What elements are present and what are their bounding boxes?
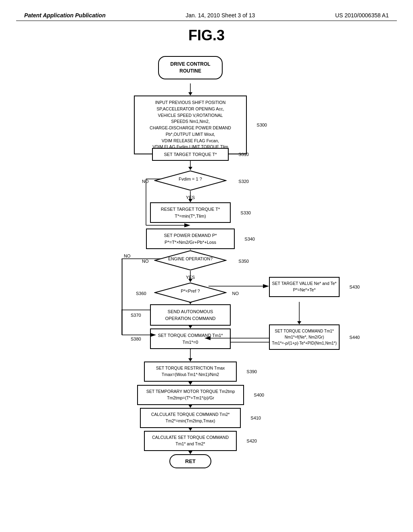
s370-box: SEND AUTONOMOUS OPERATION COMMAND S370 xyxy=(150,304,231,326)
s440-label: S440 xyxy=(349,335,360,340)
s310-box: SET TARGET TORQUE T* S310 xyxy=(152,148,229,161)
ret-box: RET xyxy=(169,454,211,468)
svg-text:P*<Pref ?: P*<Pref ? xyxy=(181,289,200,293)
flowchart-container: DRIVE CONTROL ROUTINE INPUT PREVIOUS SHI… xyxy=(65,52,348,487)
s400-label: S400 xyxy=(254,393,264,397)
s430-label: S430 xyxy=(349,285,360,289)
header-right: US 2010/0006358 A1 xyxy=(335,12,389,19)
svg-marker-41 xyxy=(188,451,192,454)
s360-diamond: P*<Pref ? S360 NO YES xyxy=(154,282,227,305)
s420-label: S420 xyxy=(246,438,257,443)
s340-label: S340 xyxy=(244,237,255,241)
svg-marker-33 xyxy=(188,358,192,362)
s390-box: SET TORQUE RESTRICTION Tmax Tmax=(Wout-T… xyxy=(144,362,237,382)
svg-marker-12 xyxy=(184,223,190,227)
s440-box: SET TORQUE COMMAND Tm1* Nm1*=f(Ne*, Nm2/… xyxy=(269,324,340,350)
s300-box: INPUT PREVIOUS SHIFT POSITION SP,ACCELER… xyxy=(134,96,247,154)
header: Patent Application Publication Jan. 14, … xyxy=(16,8,397,21)
start-label: DRIVE CONTROL ROUTINE xyxy=(158,56,223,79)
s370-label: S370 xyxy=(131,313,141,318)
header-center: Jan. 14, 2010 Sheet 3 of 13 xyxy=(186,12,255,19)
s330-box: RESET TARGET TORQUE T* T*=min(T*,Tlim) S… xyxy=(150,202,231,223)
s330-label: S330 xyxy=(240,210,251,215)
s380-box: SET TORQUE COMMAND Tm1* Tm1*=0 S380 xyxy=(150,328,231,349)
s340-box: SET POWER DEMAND P* P*=T*×Nm2/Gr+Pb*+Los… xyxy=(146,229,235,249)
s380-label: S380 xyxy=(131,337,141,341)
s350-diamond: ENGINE OPERATION? S350 NO YES xyxy=(154,250,227,272)
svg-marker-37 xyxy=(188,405,192,408)
svg-marker-5 xyxy=(188,167,192,170)
svg-marker-26 xyxy=(188,325,192,328)
svg-marker-35 xyxy=(188,382,192,385)
header-left: Patent Application Publication xyxy=(24,12,106,19)
s390-label: S390 xyxy=(246,369,257,374)
svg-marker-28 xyxy=(297,321,301,324)
s320-diamond: Fvdim = 1 ? S320 NO YES xyxy=(154,170,227,193)
start-box: DRIVE CONTROL ROUTINE xyxy=(158,56,223,79)
s300-label: S300 xyxy=(257,123,267,127)
svg-text:ENGINE OPERATION?: ENGINE OPERATION? xyxy=(168,256,213,261)
s400-box: SET TEMPORARY MOTOR TORQUE Tm2tmp Tm2tmp… xyxy=(137,385,244,405)
page: Patent Application Publication Jan. 14, … xyxy=(0,0,413,532)
svg-marker-39 xyxy=(188,428,192,431)
s310-label: S310 xyxy=(238,152,249,157)
svg-marker-24 xyxy=(263,284,269,288)
fig-title: FIG.3 xyxy=(16,27,397,44)
svg-text:Fvdim = 1  ?: Fvdim = 1 ? xyxy=(179,177,202,181)
s420-box: CALCULATE SET TORQUE COMMAND Tm1* and Tm… xyxy=(144,431,237,451)
s410-box: CALCULATE TORQUE COMMAND Tm2* Tm2*=min(T… xyxy=(140,408,241,428)
svg-marker-1 xyxy=(188,92,192,96)
s410-label: S410 xyxy=(250,416,261,420)
s430-box: SET TARGET VALUE Ne* and Te* P*=Ne*×Te* … xyxy=(269,277,340,297)
